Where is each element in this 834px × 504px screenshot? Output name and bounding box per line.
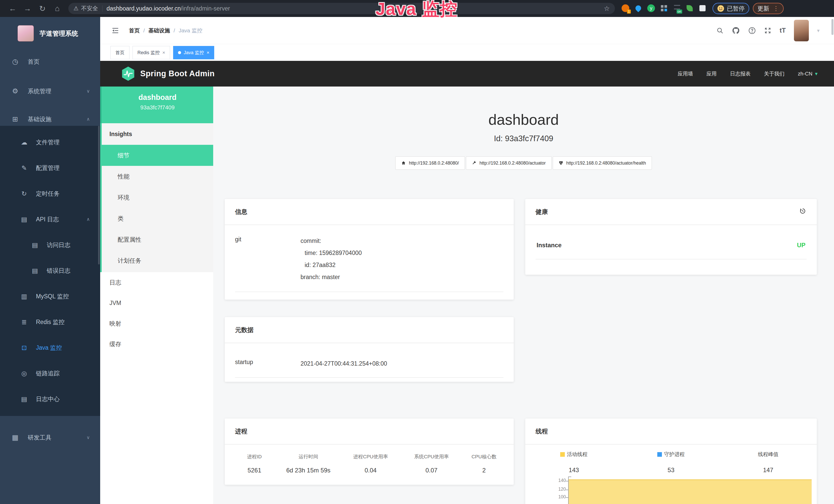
sba-item-logs[interactable]: 日志 [100, 272, 213, 293]
uptime: 6d 23h 15m 59s [278, 467, 339, 474]
page-scrollbar[interactable] [831, 19, 833, 35]
extension-icon-leaf[interactable] [686, 4, 694, 13]
browser-update-button[interactable]: 更新 ⋮ [753, 3, 784, 14]
avatar[interactable] [794, 20, 809, 41]
omnibox-divider [102, 5, 103, 12]
tab-java-monitor[interactable]: Java 监控 × [173, 46, 214, 59]
sidebar-item-label: MySQL 监控 [36, 293, 69, 300]
sba-nav-about[interactable]: 关于我们 [764, 70, 785, 77]
sba-item-scheduled-tasks[interactable]: 计划任务 [102, 250, 213, 271]
actuator-url-button[interactable]: http://192.168.0.2:48080/actuator [466, 156, 552, 170]
search-icon[interactable] [716, 27, 724, 34]
extension-icon-orange[interactable]: 1 [621, 4, 630, 13]
sidebar-item-error-log[interactable]: ▤ 错误日志 [0, 258, 100, 283]
metadata-value: 2021-04-27T00:44:31.254+08:00 [301, 358, 387, 370]
sidebar-item-mysql-monitor[interactable]: ▥ MySQL 监控 [0, 283, 100, 309]
health-url-button[interactable]: http://192.168.0.2:48080/actuator/health [553, 156, 652, 170]
browser-menu-icon[interactable]: ⋮ [773, 5, 779, 12]
sidebar-item-cron[interactable]: ↻ 定时任务 [0, 181, 100, 206]
sba-language-select[interactable]: zh-CN ▾ [798, 71, 817, 77]
brand[interactable]: 芋道管理系统 [0, 21, 100, 46]
heartbeat-icon [559, 161, 563, 165]
daemon-threads-count: 53 [622, 466, 720, 474]
sba-nav-journal[interactable]: 日志报表 [730, 70, 750, 77]
extension-icon-on-badge[interactable]: on [673, 4, 681, 13]
close-icon[interactable]: × [162, 50, 165, 55]
chevron-up-icon: ∧ [87, 116, 90, 122]
peak-threads-count: 147 [720, 466, 817, 474]
info-key: git [235, 235, 301, 283]
sidebar-item-access-log[interactable]: ▤ 访问日志 [0, 232, 100, 258]
sba-item-config-props[interactable]: 配置属性 [102, 229, 213, 250]
sba-item-details[interactable]: 细节 [102, 145, 213, 166]
browser-forward-icon[interactable]: → [20, 4, 35, 13]
collapse-sidebar-icon[interactable] [111, 27, 120, 35]
sba-nav-applications[interactable]: 应用 [706, 70, 717, 77]
bookmark-star-icon[interactable]: ☆ [604, 5, 610, 13]
sba-item-caches[interactable]: 缓存 [100, 334, 213, 354]
process-card-title: 进程 [225, 418, 514, 445]
home-icon [401, 161, 406, 165]
page-header: 首页 / 基础设施 / Java 监控 tT ▾ [100, 17, 834, 44]
sidebar-item-trace[interactable]: ◎ 链路追踪 [0, 361, 100, 386]
extension-icon-pin[interactable] [634, 4, 643, 13]
health-card-title: 健康 [535, 208, 548, 216]
browser-back-icon[interactable]: ← [5, 4, 20, 13]
column-header: CPU核心数 [461, 453, 507, 460]
process-cpu: 0.04 [339, 467, 402, 474]
sba-nav-wallboard[interactable]: 应用墙 [678, 70, 693, 77]
extension-icon-green-y[interactable]: y [647, 4, 656, 13]
service-url-button[interactable]: http://192.168.0.2:48080/ [395, 156, 465, 170]
table-row: git commit: time: 1596289704000 id: 27aa… [235, 235, 503, 292]
breadcrumb-home[interactable]: 首页 [129, 27, 140, 34]
sidebar-item-label: API 日志 [36, 215, 59, 223]
history-icon[interactable] [799, 207, 807, 215]
sidebar-scrollbar[interactable] [98, 126, 100, 265]
omnibox[interactable]: ⚠ 不安全 dashboard.yudao.iocoder.cn /infra/… [68, 3, 615, 14]
github-icon[interactable] [732, 26, 740, 35]
browser-home-icon[interactable]: ⌂ [50, 4, 65, 13]
sidebar-item-config[interactable]: ✎ 配置管理 [0, 155, 100, 181]
sba-item-environment[interactable]: 环境 [102, 187, 213, 208]
sidebar-item-redis-monitor[interactable]: ≣ Redis 监控 [0, 309, 100, 335]
sidebar-item-label: Redis 监控 [36, 318, 64, 326]
sba-app-id: 93a3fc7f7409 [102, 104, 213, 111]
stack-icon: ≣ [20, 318, 28, 326]
tab-redis-monitor[interactable]: Redis 监控 × [133, 46, 170, 59]
page-title: dashboard [213, 111, 834, 128]
close-icon[interactable]: × [206, 50, 209, 55]
sidebar-item-home[interactable]: ◷ 首页 [0, 50, 100, 73]
sba-item-metrics[interactable]: 性能 [102, 166, 213, 187]
sba-root-items: 日志 JVM 映射 缓存 [100, 272, 213, 354]
sidebar-item-system[interactable]: ⚙ 系统管理 ∨ [0, 79, 100, 103]
extension-icon-grid[interactable] [660, 4, 668, 13]
font-size-icon[interactable]: tT [780, 27, 786, 34]
y-axis-cap [568, 477, 571, 477]
fullscreen-icon[interactable] [764, 27, 771, 34]
column-header: 进程ID [231, 453, 278, 460]
security-warning-icon[interactable]: ⚠ [73, 5, 79, 12]
sba-item-jvm[interactable]: JVM [100, 293, 213, 313]
breadcrumb-infra[interactable]: 基础设施 [149, 27, 170, 34]
toolbox-icon: ▦ [11, 433, 20, 442]
sidebar-item-java-monitor[interactable]: ⊡ Java 监控 [0, 335, 100, 361]
tab-home[interactable]: 首页 [110, 46, 129, 59]
instance-links: http://192.168.0.2:48080/ http://192.168… [213, 156, 834, 170]
sidebar-item-dev-tools[interactable]: ▦ 研发工具 ∨ [0, 426, 100, 449]
sidebar-item-api-log[interactable]: ▤ API 日志 ∧ [0, 206, 100, 232]
extension-icon-puzzle[interactable] [699, 4, 707, 13]
sba-app-block[interactable]: dashboard 93a3fc7f7409 [100, 87, 213, 123]
metadata-key: startup [235, 358, 301, 370]
help-icon[interactable] [748, 27, 756, 35]
profile-paused-badge[interactable]: 已暂停 [712, 3, 749, 14]
sidebar-item-files[interactable]: ☁ 文件管理 [0, 130, 100, 155]
browser-reload-icon[interactable]: ↻ [35, 4, 50, 13]
sba-brand[interactable]: Spring Boot Admin [121, 66, 215, 81]
git-time-line: time: 1596289704000 [305, 247, 362, 259]
sba-item-classes[interactable]: 类 [102, 208, 213, 229]
caret-down-icon[interactable]: ▾ [817, 27, 820, 33]
sidebar-item-log-center[interactable]: ▤ 日志中心 [0, 386, 100, 412]
sba-item-mappings[interactable]: 映射 [100, 313, 213, 334]
sidebar-item-label: 访问日志 [47, 241, 70, 249]
api-log-icon: ▤ [20, 216, 28, 223]
